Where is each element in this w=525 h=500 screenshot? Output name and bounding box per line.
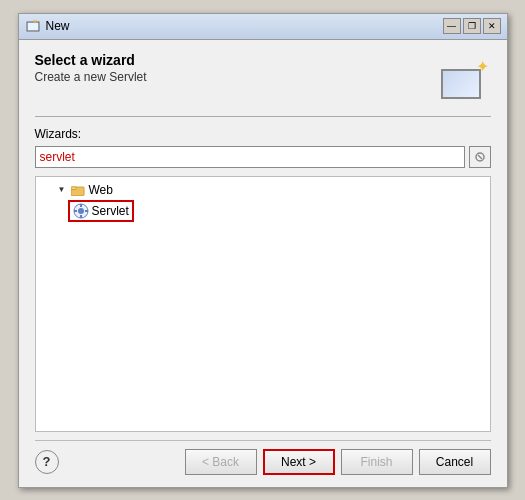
header-text: Select a wizard Create a new Servlet: [35, 52, 439, 84]
title-bar-icon: [25, 18, 41, 34]
dialog-content: Select a wizard Create a new Servlet ✦ W…: [19, 40, 507, 487]
back-button[interactable]: < Back: [185, 449, 257, 475]
help-button[interactable]: ?: [35, 450, 59, 474]
wizard-star-icon: ✦: [476, 57, 489, 76]
header-title: Select a wizard: [35, 52, 439, 68]
tree-item-servlet[interactable]: Servlet: [68, 199, 486, 223]
search-row: [35, 146, 491, 168]
svg-rect-1: [28, 23, 38, 30]
button-bar: ? < Back Next > Finish Cancel: [35, 440, 491, 479]
tree-area: ▼ Web: [35, 176, 491, 432]
cancel-button[interactable]: Cancel: [419, 449, 491, 475]
header-section: Select a wizard Create a new Servlet ✦: [35, 52, 491, 104]
close-button[interactable]: ✕: [483, 18, 501, 34]
svg-rect-9: [80, 204, 82, 207]
separator: [35, 116, 491, 117]
restore-button[interactable]: ❐: [463, 18, 481, 34]
title-bar-buttons: — ❐ ✕: [443, 18, 501, 34]
wizard-screen-icon: [441, 69, 481, 99]
wizards-label: Wizards:: [35, 127, 491, 141]
search-input[interactable]: [35, 146, 465, 168]
dialog-window: New — ❐ ✕ Select a wizard Create a new S…: [18, 13, 508, 488]
header-subtitle: Create a new Servlet: [35, 70, 439, 84]
svg-line-4: [478, 155, 482, 159]
svg-rect-6: [71, 186, 76, 189]
servlet-highlight-box: Servlet: [68, 200, 134, 222]
svg-rect-12: [85, 210, 88, 212]
svg-rect-10: [80, 215, 82, 218]
tree-label-web: Web: [89, 183, 113, 197]
finish-button[interactable]: Finish: [341, 449, 413, 475]
tree-label-servlet: Servlet: [92, 204, 129, 218]
folder-icon: [70, 182, 86, 198]
servlet-icon: [73, 203, 89, 219]
search-clear-button[interactable]: [469, 146, 491, 168]
svg-rect-11: [74, 210, 77, 212]
minimize-button[interactable]: —: [443, 18, 461, 34]
tree-arrow-web[interactable]: ▼: [56, 184, 68, 196]
title-bar: New — ❐ ✕: [19, 14, 507, 40]
title-bar-text: New: [46, 19, 443, 33]
next-button[interactable]: Next >: [263, 449, 335, 475]
svg-point-8: [78, 208, 84, 214]
wizard-icon: ✦: [439, 52, 491, 104]
tree-item-web[interactable]: ▼ Web: [40, 181, 486, 199]
